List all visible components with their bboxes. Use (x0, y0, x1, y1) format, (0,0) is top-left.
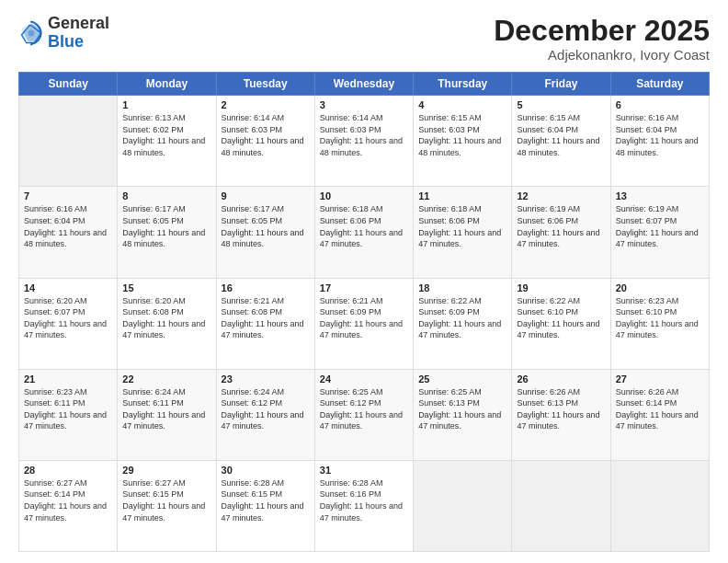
calendar-cell: 24Sunrise: 6:25 AM Sunset: 6:12 PM Dayli… (314, 369, 413, 460)
day-info: Sunrise: 6:16 AM Sunset: 6:04 PM Dayligh… (616, 112, 704, 158)
calendar-day-header: Saturday (610, 73, 709, 96)
calendar-cell: 10Sunrise: 6:18 AM Sunset: 6:06 PM Dayli… (314, 187, 413, 278)
calendar-week-row: 21Sunrise: 6:23 AM Sunset: 6:11 PM Dayli… (19, 369, 710, 460)
day-info: Sunrise: 6:14 AM Sunset: 6:03 PM Dayligh… (222, 112, 310, 158)
day-number: 29 (122, 465, 210, 476)
day-number: 11 (418, 190, 506, 201)
calendar-cell: 21Sunrise: 6:23 AM Sunset: 6:11 PM Dayli… (19, 369, 118, 460)
calendar-cell: 23Sunrise: 6:24 AM Sunset: 6:12 PM Dayli… (216, 369, 314, 460)
day-number: 9 (222, 190, 310, 201)
day-info: Sunrise: 6:24 AM Sunset: 6:12 PM Dayligh… (222, 386, 310, 432)
day-info: Sunrise: 6:21 AM Sunset: 6:09 PM Dayligh… (320, 295, 408, 341)
day-number: 16 (222, 282, 310, 293)
calendar-cell: 19Sunrise: 6:22 AM Sunset: 6:10 PM Dayli… (512, 278, 610, 369)
day-number: 15 (122, 282, 210, 293)
day-info: Sunrise: 6:19 AM Sunset: 6:06 PM Dayligh… (517, 203, 605, 249)
day-number: 23 (222, 373, 310, 385)
day-info: Sunrise: 6:17 AM Sunset: 6:05 PM Dayligh… (222, 203, 310, 249)
calendar-day-header: Wednesday (314, 73, 413, 96)
day-info: Sunrise: 6:14 AM Sunset: 6:03 PM Dayligh… (320, 112, 408, 158)
calendar-cell: 25Sunrise: 6:25 AM Sunset: 6:13 PM Dayli… (414, 369, 512, 460)
day-info: Sunrise: 6:18 AM Sunset: 6:06 PM Dayligh… (418, 203, 506, 249)
calendar-day-header: Sunday (19, 73, 118, 96)
calendar-day-header: Tuesday (216, 73, 314, 96)
calendar-cell: 15Sunrise: 6:20 AM Sunset: 6:08 PM Dayli… (118, 278, 216, 369)
calendar-cell: 22Sunrise: 6:24 AM Sunset: 6:11 PM Dayli… (118, 369, 216, 460)
logo-blue: Blue (48, 33, 109, 52)
day-number: 17 (320, 282, 408, 293)
calendar-header-row: SundayMondayTuesdayWednesdayThursdayFrid… (19, 73, 710, 96)
title-block: December 2025 Adjekonankro, Ivory Coast (494, 15, 710, 63)
day-info: Sunrise: 6:21 AM Sunset: 6:08 PM Dayligh… (222, 295, 310, 341)
month-title: December 2025 (494, 15, 710, 47)
calendar-week-row: 1Sunrise: 6:13 AM Sunset: 6:02 PM Daylig… (19, 96, 710, 187)
calendar-cell: 9Sunrise: 6:17 AM Sunset: 6:05 PM Daylig… (216, 187, 314, 278)
logo-text: General Blue (48, 15, 109, 52)
day-info: Sunrise: 6:27 AM Sunset: 6:15 PM Dayligh… (122, 477, 210, 523)
calendar-cell (512, 460, 610, 551)
day-info: Sunrise: 6:20 AM Sunset: 6:08 PM Dayligh… (122, 295, 210, 341)
day-number: 25 (418, 373, 506, 385)
calendar-cell: 14Sunrise: 6:20 AM Sunset: 6:07 PM Dayli… (19, 278, 118, 369)
day-number: 19 (517, 282, 605, 293)
svg-point-2 (28, 29, 35, 36)
calendar-table: SundayMondayTuesdayWednesdayThursdayFrid… (18, 72, 710, 552)
day-number: 24 (320, 373, 408, 385)
day-info: Sunrise: 6:18 AM Sunset: 6:06 PM Dayligh… (320, 203, 408, 249)
calendar-cell: 28Sunrise: 6:27 AM Sunset: 6:14 PM Dayli… (19, 460, 118, 551)
day-number: 6 (616, 99, 704, 110)
page: General Blue December 2025 Adjekonankro,… (0, 0, 728, 563)
day-info: Sunrise: 6:28 AM Sunset: 6:16 PM Dayligh… (320, 477, 408, 523)
calendar-cell: 27Sunrise: 6:26 AM Sunset: 6:14 PM Dayli… (610, 369, 709, 460)
header: General Blue December 2025 Adjekonankro,… (18, 15, 710, 63)
day-number: 5 (517, 99, 605, 110)
day-info: Sunrise: 6:15 AM Sunset: 6:04 PM Dayligh… (517, 112, 605, 158)
calendar-cell: 20Sunrise: 6:23 AM Sunset: 6:10 PM Dayli… (610, 278, 709, 369)
day-number: 20 (616, 282, 704, 293)
calendar-cell: 8Sunrise: 6:17 AM Sunset: 6:05 PM Daylig… (118, 187, 216, 278)
day-number: 18 (418, 282, 506, 293)
calendar-cell: 29Sunrise: 6:27 AM Sunset: 6:15 PM Dayli… (118, 460, 216, 551)
day-info: Sunrise: 6:17 AM Sunset: 6:05 PM Dayligh… (122, 203, 210, 249)
day-number: 27 (616, 373, 704, 385)
day-number: 14 (24, 282, 112, 293)
day-number: 2 (222, 99, 310, 110)
day-info: Sunrise: 6:26 AM Sunset: 6:14 PM Dayligh… (616, 386, 704, 432)
day-number: 1 (122, 99, 210, 110)
calendar-week-row: 7Sunrise: 6:16 AM Sunset: 6:04 PM Daylig… (19, 187, 710, 278)
day-info: Sunrise: 6:13 AM Sunset: 6:02 PM Dayligh… (122, 112, 210, 158)
calendar-cell: 16Sunrise: 6:21 AM Sunset: 6:08 PM Dayli… (216, 278, 314, 369)
day-info: Sunrise: 6:15 AM Sunset: 6:03 PM Dayligh… (418, 112, 506, 158)
calendar-week-row: 14Sunrise: 6:20 AM Sunset: 6:07 PM Dayli… (19, 278, 710, 369)
calendar-cell: 11Sunrise: 6:18 AM Sunset: 6:06 PM Dayli… (414, 187, 512, 278)
calendar-cell: 13Sunrise: 6:19 AM Sunset: 6:07 PM Dayli… (610, 187, 709, 278)
calendar-cell: 3Sunrise: 6:14 AM Sunset: 6:03 PM Daylig… (314, 96, 413, 187)
logo-icon (18, 20, 44, 46)
day-number: 26 (517, 373, 605, 385)
day-info: Sunrise: 6:19 AM Sunset: 6:07 PM Dayligh… (616, 203, 704, 249)
day-info: Sunrise: 6:27 AM Sunset: 6:14 PM Dayligh… (24, 477, 112, 523)
day-number: 13 (616, 190, 704, 201)
day-info: Sunrise: 6:20 AM Sunset: 6:07 PM Dayligh… (24, 295, 112, 341)
calendar-cell: 17Sunrise: 6:21 AM Sunset: 6:09 PM Dayli… (314, 278, 413, 369)
day-info: Sunrise: 6:22 AM Sunset: 6:09 PM Dayligh… (418, 295, 506, 341)
day-info: Sunrise: 6:16 AM Sunset: 6:04 PM Dayligh… (24, 203, 112, 249)
calendar-cell (610, 460, 709, 551)
logo-general: General (48, 15, 109, 33)
calendar-cell: 1Sunrise: 6:13 AM Sunset: 6:02 PM Daylig… (118, 96, 216, 187)
calendar-cell: 26Sunrise: 6:26 AM Sunset: 6:13 PM Dayli… (512, 369, 610, 460)
day-info: Sunrise: 6:25 AM Sunset: 6:12 PM Dayligh… (320, 386, 408, 432)
calendar-cell: 31Sunrise: 6:28 AM Sunset: 6:16 PM Dayli… (314, 460, 413, 551)
day-info: Sunrise: 6:26 AM Sunset: 6:13 PM Dayligh… (517, 386, 605, 432)
day-info: Sunrise: 6:23 AM Sunset: 6:11 PM Dayligh… (24, 386, 112, 432)
location: Adjekonankro, Ivory Coast (494, 47, 710, 63)
calendar-week-row: 28Sunrise: 6:27 AM Sunset: 6:14 PM Dayli… (19, 460, 710, 551)
day-number: 30 (222, 465, 310, 476)
day-number: 8 (122, 190, 210, 201)
calendar-cell: 4Sunrise: 6:15 AM Sunset: 6:03 PM Daylig… (414, 96, 512, 187)
calendar-cell: 12Sunrise: 6:19 AM Sunset: 6:06 PM Dayli… (512, 187, 610, 278)
calendar-day-header: Friday (512, 73, 610, 96)
calendar-cell: 7Sunrise: 6:16 AM Sunset: 6:04 PM Daylig… (19, 187, 118, 278)
calendar-cell: 5Sunrise: 6:15 AM Sunset: 6:04 PM Daylig… (512, 96, 610, 187)
day-number: 31 (320, 465, 408, 476)
